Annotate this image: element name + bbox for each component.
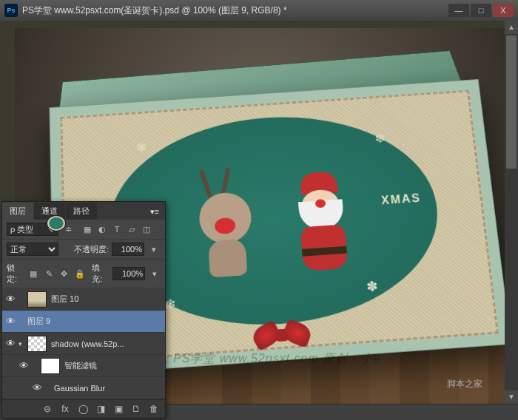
visibility-eye-icon[interactable]: 👁	[29, 382, 45, 393]
filter-shape-icon[interactable]: ▱	[125, 223, 138, 235]
blend-row: 正常 不透明度: ▾	[2, 240, 165, 260]
new-layer-icon[interactable]: 🗋	[130, 403, 143, 415]
disclosure-arrow-icon[interactable]: ▾	[18, 340, 27, 348]
filter-adjust-icon[interactable]: ◐	[95, 223, 109, 235]
minimize-button[interactable]: —	[448, 4, 469, 17]
layers-panel: 图层 通道 路径 ▾≡ ρ 类型 ≑ ▦ ◐ T ▱ ◫ 正常 不透明度: ▾ …	[1, 201, 166, 419]
window-title: PS学堂 www.52psxt.com(圣诞贺卡).psd @ 100% (图层…	[22, 4, 448, 17]
visibility-eye-icon[interactable]: 👁	[2, 316, 18, 327]
snowflake-icon: ❄	[135, 140, 147, 156]
filter-row: ρ 类型 ≑ ▦ ◐ T ▱ ◫	[2, 220, 165, 240]
mask-icon[interactable]: ◯	[76, 403, 90, 415]
layer-name-label[interactable]: Gaussian Blur	[54, 384, 162, 393]
reindeer-icon	[182, 162, 270, 283]
lock-image-icon[interactable]: ✎	[43, 268, 56, 280]
layer-thumbnail[interactable]	[27, 336, 47, 352]
ps-app-icon: Ps	[4, 4, 18, 17]
filter-smart-icon[interactable]: ◫	[140, 223, 153, 235]
visibility-eye-icon[interactable]: 👁	[2, 294, 18, 305]
window-controls: — □ X	[448, 4, 514, 17]
lock-transparency-icon[interactable]: ▦	[27, 268, 40, 280]
fill-input[interactable]	[112, 267, 145, 280]
filter-type-icon[interactable]: T	[110, 223, 124, 235]
layer-row[interactable]: 👁图层 10	[2, 288, 165, 311]
visibility-eye-icon[interactable]: 👁	[16, 360, 32, 371]
santa-icon	[277, 155, 367, 276]
lock-row: 锁定: ▦ ✎ ✥ 🔒 填充: ▾	[2, 260, 165, 288]
title-bar: Ps PS学堂 www.52psxt.com(圣诞贺卡).psd @ 100% …	[0, 0, 518, 21]
blend-mode-select[interactable]: 正常	[7, 243, 58, 256]
panel-tab-bar: 图层 通道 路径 ▾≡	[2, 202, 165, 220]
fill-scrub-icon[interactable]: ▾	[148, 268, 161, 280]
delete-layer-icon[interactable]: 🗑	[147, 403, 161, 415]
filter-icon-group: ▦ ◐ T ▱ ◫	[81, 223, 153, 235]
layer-thumbnail[interactable]	[41, 358, 60, 374]
layer-list: 👁图层 10👁图层 9👁▾shadow (www.52p...👁智能滤镜👁Gau…	[2, 288, 165, 399]
opacity-scrub-icon[interactable]: ▾	[147, 243, 161, 255]
scroll-thumb[interactable]	[506, 35, 517, 169]
opacity-input[interactable]	[112, 243, 144, 256]
layer-name-label[interactable]: 图层 9	[27, 316, 162, 327]
scroll-up-arrow[interactable]: ▲	[505, 21, 518, 34]
snowflake-icon: ✽	[366, 278, 378, 295]
link-layers-icon[interactable]: ⊖	[41, 403, 54, 415]
scroll-down-arrow[interactable]: ▼	[505, 390, 518, 404]
panel-footer: ⊖ fx ◯ ◨ ▣ 🗋 🗑	[2, 399, 165, 418]
layer-row[interactable]: 👁Gaussian Blur	[2, 377, 165, 399]
fx-icon[interactable]: fx	[58, 403, 72, 415]
adjustment-icon[interactable]: ◨	[94, 403, 107, 415]
layer-row[interactable]: 👁图层 9	[2, 311, 165, 333]
vertical-scrollbar[interactable]: ▲ ▼	[505, 21, 518, 404]
corner-watermark: 脚本之家	[447, 378, 482, 390]
snowflake-icon: ❄	[164, 296, 176, 313]
close-button[interactable]: X	[493, 4, 514, 17]
panel-menu-icon[interactable]: ▾≡	[144, 204, 165, 220]
watermark-text: 之：PS学堂 www.52psxt.com 原创：小e	[148, 351, 380, 367]
lock-label: 锁定:	[7, 262, 24, 285]
tab-layers[interactable]: 图层	[2, 203, 33, 220]
layer-thumbnail[interactable]	[27, 291, 47, 308]
filter-pixel-icon[interactable]: ▦	[81, 223, 94, 235]
xmas-text: XMAS	[380, 192, 421, 207]
layer-name-label[interactable]: 图层 10	[51, 294, 162, 305]
layer-row[interactable]: 👁智能滤镜	[2, 355, 165, 377]
group-icon[interactable]: ▣	[112, 403, 125, 415]
lock-position-icon[interactable]: ✥	[58, 268, 71, 280]
opacity-label: 不透明度:	[74, 244, 109, 255]
layer-name-label[interactable]: shadow (www.52p...	[51, 339, 162, 348]
layer-row[interactable]: 👁▾shadow (www.52p...	[2, 333, 165, 355]
tab-paths[interactable]: 路径	[66, 203, 97, 220]
visibility-eye-icon[interactable]: 👁	[2, 338, 18, 349]
snowflake-icon: ❄	[374, 131, 386, 147]
fill-label: 填充:	[92, 262, 110, 285]
maximize-button[interactable]: □	[471, 4, 491, 17]
layer-name-label[interactable]: 智能滤镜	[64, 360, 162, 371]
lock-all-icon[interactable]: 🔒	[73, 268, 86, 280]
